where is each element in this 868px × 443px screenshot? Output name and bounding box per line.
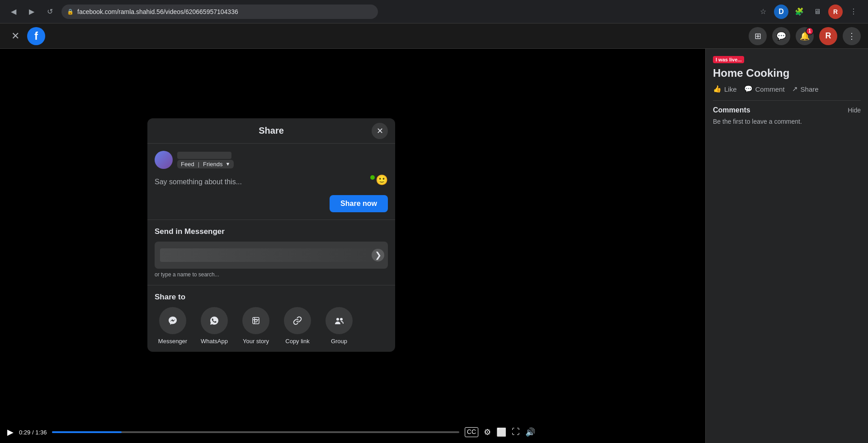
forward-button[interactable]: ▶ <box>25 5 38 18</box>
svg-point-6 <box>332 314 346 327</box>
share-label: Share <box>801 85 819 93</box>
share-to-messenger[interactable]: Messenger <box>155 307 191 345</box>
svg-point-0 <box>166 314 179 327</box>
share-to-group[interactable]: Group <box>321 307 357 345</box>
progress-fill <box>52 431 121 433</box>
fb-notification-icon[interactable]: 🔔 1 <box>796 27 814 45</box>
whatsapp-share-label: WhatsApp <box>201 338 228 345</box>
sidebar-like-action[interactable]: 👍 Like <box>713 85 737 93</box>
like-label: Like <box>724 85 737 93</box>
live-badge: I was live... <box>713 56 744 63</box>
group-icon-circle <box>326 307 353 334</box>
hide-button[interactable]: Hide <box>848 107 861 114</box>
modal-overlay: Share ✕ Feed <box>0 49 542 421</box>
ext-button-2[interactable]: 🧩 <box>792 5 807 19</box>
sidebar-share-action[interactable]: ↗ Share <box>792 85 819 93</box>
share-now-button[interactable]: Share now <box>330 195 388 212</box>
fb-logo[interactable]: f <box>27 27 45 45</box>
your-story-icon-circle <box>242 307 269 334</box>
post-audience-dropdown[interactable]: Feed | Friends ▼ <box>177 160 234 168</box>
browser-bar: ◀ ▶ ↺ 🔒 facebook.com/ramla.shahid.56/vid… <box>0 0 868 23</box>
volume-button[interactable]: 🔊 <box>525 427 535 437</box>
video-controls: ▶ 0:29 / 1:36 CC ⚙ ⬜ ⛶ 🔊 <box>0 421 542 443</box>
post-user-row: Feed | Friends ▼ <box>155 151 388 169</box>
post-meta: Feed | Friends ▼ <box>177 152 234 168</box>
svg-point-5 <box>291 314 304 327</box>
fb-profile-icon[interactable]: R <box>819 27 837 45</box>
url-text: facebook.com/ramla.shahid.56/videos/6206… <box>77 8 238 15</box>
dropdown-arrow: ▼ <box>225 161 230 167</box>
share-now-row: Share now <box>155 195 388 212</box>
progress-bar[interactable] <box>52 431 459 433</box>
audience-label: Friends <box>203 161 222 168</box>
first-comment-text: Be the first to leave a comment. <box>713 118 861 125</box>
group-share-label: Group <box>331 338 347 345</box>
emoji-button[interactable]: 🙂 <box>370 174 388 186</box>
say-something-text[interactable]: Say something about this... <box>155 174 370 190</box>
messenger-icon-circle <box>159 307 186 334</box>
comment-icon: 💬 <box>744 85 753 93</box>
modal-title: Share <box>259 126 284 136</box>
sidebar-comment-action[interactable]: 💬 Comment <box>744 85 785 93</box>
messenger-hint: or type a name to search... <box>155 269 388 278</box>
notification-badge: 1 <box>806 27 814 35</box>
share-modal: Share ✕ Feed <box>147 118 395 352</box>
contacts-blur <box>160 248 382 262</box>
modal-close-button[interactable]: ✕ <box>372 123 388 139</box>
comments-title: Comments <box>713 106 750 114</box>
sidebar-title: Home Cooking <box>713 67 861 79</box>
your-story-share-label: Your story <box>243 338 269 345</box>
comment-label: Comment <box>755 85 785 93</box>
back-button[interactable]: ◀ <box>7 5 20 18</box>
share-icon: ↗ <box>792 85 798 93</box>
fb-header: ✕ f ⊞ 💬 🔔 1 R ⋮ <box>0 23 868 49</box>
svg-point-7 <box>336 318 339 321</box>
messenger-section-title: Send in Messenger <box>155 227 388 236</box>
comments-header: Comments Hide <box>713 106 861 114</box>
fb-header-right: ⊞ 💬 🔔 1 R ⋮ <box>749 27 861 45</box>
post-section: Feed | Friends ▼ Say something about thi… <box>147 144 395 220</box>
fullscreen-button[interactable]: ⛶ <box>512 427 520 437</box>
share-to-section: Share to Messenger <box>147 285 395 352</box>
messenger-chevron-icon[interactable]: ❯ <box>372 249 384 261</box>
sidebar-actions: 👍 Like 💬 Comment ↗ Share <box>713 85 861 93</box>
star-button[interactable]: ☆ <box>756 5 770 19</box>
address-bar[interactable]: 🔒 facebook.com/ramla.shahid.56/videos/62… <box>61 5 378 19</box>
menu-button[interactable]: ⋮ <box>846 5 861 19</box>
ext-button-3[interactable]: 🖥 <box>810 5 825 19</box>
current-time: 0:29 <box>19 429 30 436</box>
theater-button[interactable]: ⬜ <box>496 427 506 437</box>
svg-point-8 <box>340 318 343 321</box>
total-time: 1:36 <box>35 429 47 436</box>
right-sidebar: I was live... Home Cooking 👍 Like 💬 Comm… <box>705 49 868 443</box>
share-to-title: Share to <box>155 293 388 302</box>
time-display: 0:29 / 1:36 <box>19 429 47 436</box>
ext-button-1[interactable]: D <box>774 5 788 19</box>
fb-messenger-icon[interactable]: 💬 <box>772 27 790 45</box>
profile-button[interactable]: R <box>828 5 843 19</box>
play-button[interactable]: ▶ <box>7 427 14 437</box>
post-name-blur <box>177 152 231 159</box>
like-icon: 👍 <box>713 85 722 93</box>
fb-grid-icon[interactable]: ⊞ <box>749 27 767 45</box>
share-to-icons: Messenger WhatsApp <box>155 307 388 345</box>
whatsapp-icon-circle <box>201 307 228 334</box>
refresh-button[interactable]: ↺ <box>43 5 56 18</box>
settings-button[interactable]: ⚙ <box>484 427 491 437</box>
fb-close-button[interactable]: ✕ <box>7 28 24 44</box>
cc-button[interactable]: CC <box>465 427 478 437</box>
copy-link-icon-circle <box>284 307 311 334</box>
post-avatar <box>155 151 173 169</box>
share-to-whatsapp[interactable]: WhatsApp <box>196 307 232 345</box>
fb-more-icon[interactable]: ⋮ <box>843 27 861 45</box>
control-icons: CC ⚙ ⬜ ⛶ 🔊 <box>465 427 535 437</box>
share-to-copy-link[interactable]: Copy link <box>279 307 316 345</box>
modal-header: Share ✕ <box>147 118 395 144</box>
messenger-contacts[interactable]: ❯ <box>155 242 388 269</box>
browser-actions: ☆ D 🧩 🖥 R ⋮ <box>756 5 861 19</box>
feed-label: Feed <box>181 161 194 168</box>
messenger-share-label: Messenger <box>158 338 187 345</box>
main-content: Share ✕ Feed <box>0 49 868 443</box>
share-to-your-story[interactable]: Your story <box>238 307 274 345</box>
messenger-section: Send in Messenger ❯ or type a name to se… <box>147 220 395 285</box>
